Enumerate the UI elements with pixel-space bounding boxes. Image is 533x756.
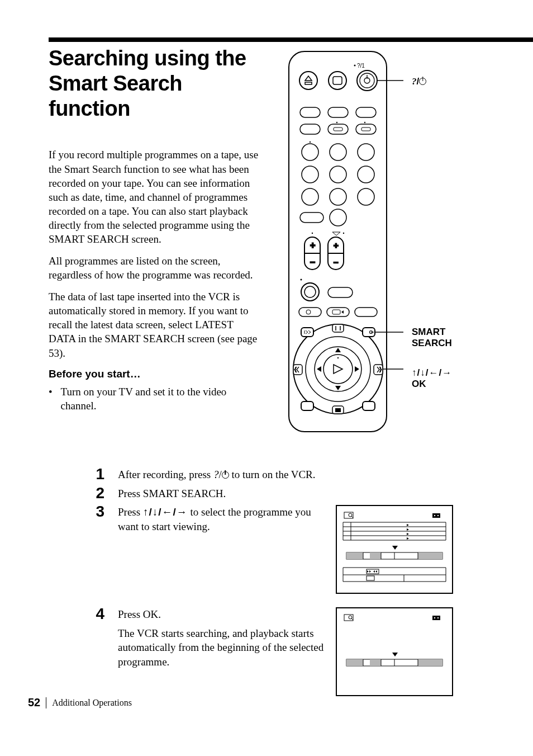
- intro-paragraph-2: All programmes are listed on the screen,…: [49, 254, 261, 282]
- step-number: 3: [91, 504, 104, 519]
- svg-point-78: [434, 515, 435, 516]
- step-3-a: Press: [118, 506, 143, 518]
- svg-rect-13: [356, 107, 376, 117]
- svg-rect-103: [367, 576, 374, 580]
- svg-point-29: [358, 188, 374, 205]
- svg-rect-90: [370, 552, 381, 559]
- svg-point-23: [358, 144, 374, 160]
- svg-text:+: +: [334, 240, 339, 250]
- step-number: 2: [91, 485, 104, 501]
- step-2: 2 Press SMART SEARCH.: [91, 486, 499, 505]
- svg-rect-91: [418, 552, 442, 559]
- step-4-text-a: Press OK.: [118, 607, 325, 622]
- arrows-icon: ↑/↓/←/→: [412, 367, 452, 378]
- page-content: Searching using the Smart Search functio…: [49, 46, 499, 696]
- svg-point-55: [323, 355, 353, 384]
- svg-rect-71: [301, 328, 313, 337]
- svg-point-32: [330, 209, 346, 226]
- callout-arrows-ok: ↑/↓/←/→ OK: [412, 367, 452, 390]
- power-icon: [222, 471, 229, 479]
- screen-figure-search: [336, 607, 453, 696]
- svg-rect-72: [301, 401, 313, 410]
- power-prefix: ?: [213, 469, 219, 480]
- screen-svg-1: [340, 509, 449, 586]
- callout-smart-search: SMART SEARCH: [412, 327, 462, 349]
- intro-paragraph-1: If you record multiple programmes on a t…: [49, 148, 261, 246]
- svg-text:–: –: [334, 257, 338, 267]
- power-icon: [419, 78, 426, 85]
- remote-svg: ?/1: [278, 46, 406, 437]
- before-you-start-heading: Before you start…: [49, 368, 261, 380]
- svg-point-27: [302, 188, 318, 205]
- svg-rect-16: [356, 124, 376, 134]
- svg-point-22: [330, 144, 346, 160]
- svg-point-34: [343, 233, 344, 234]
- svg-rect-89: [346, 552, 363, 559]
- screen-figure-list: [336, 505, 453, 594]
- svg-rect-15: [328, 124, 348, 134]
- step-3: 3 Press ↑/↓/←/→ to select the programme …: [91, 505, 499, 594]
- svg-point-108: [434, 617, 435, 618]
- svg-rect-11: [300, 107, 320, 117]
- svg-rect-56: [332, 324, 344, 332]
- svg-point-25: [330, 166, 346, 183]
- screen-svg-2: [340, 611, 449, 688]
- svg-point-28: [330, 188, 346, 205]
- bullet-text: Turn on your TV and set it to the video …: [61, 385, 261, 413]
- step-1-text: After recording, press ?/ to turn on the…: [118, 467, 499, 482]
- svg-text:?/1: ?/1: [357, 63, 365, 69]
- step-number: 1: [91, 466, 104, 482]
- svg-text:+: +: [310, 240, 315, 250]
- footer-separator: [46, 697, 46, 708]
- svg-point-18: [364, 122, 365, 123]
- svg-rect-77: [432, 513, 440, 518]
- step-3-text: Press ↑/↓/←/→ to select the programme yo…: [118, 505, 325, 533]
- svg-point-21: [302, 144, 318, 160]
- svg-point-24: [302, 166, 318, 183]
- svg-point-109: [437, 617, 439, 618]
- arrows-icon: ↑/↓/←/→: [143, 506, 188, 518]
- svg-point-79: [437, 515, 439, 516]
- svg-rect-14: [300, 124, 320, 134]
- remote-control-diagram: ?/1: [278, 46, 499, 440]
- section-name: Additional Operations: [52, 698, 132, 708]
- svg-point-26: [358, 166, 374, 183]
- svg-rect-112: [370, 659, 381, 666]
- svg-rect-47: [299, 308, 321, 316]
- intro-paragraph-3: The data of last tape inserted into the …: [49, 290, 261, 360]
- step-number: 4: [91, 606, 104, 622]
- page-footer: 52 Additional Operations: [28, 696, 132, 709]
- page-title: Searching using the Smart Search functio…: [49, 46, 261, 121]
- svg-point-1: [354, 65, 356, 67]
- steps-list: 1 After recording, press ?/ to turn on t…: [91, 467, 499, 696]
- svg-rect-31: [300, 212, 323, 223]
- svg-rect-113: [418, 659, 442, 666]
- step-2-text: Press SMART SEARCH.: [118, 486, 499, 501]
- section-top-rule: [49, 37, 533, 42]
- step-1-slash: /: [218, 469, 221, 480]
- callout-power: ?/: [412, 76, 426, 87]
- callout-ok: OK: [412, 379, 426, 389]
- svg-rect-73: [363, 401, 375, 410]
- svg-rect-49: [355, 308, 377, 316]
- svg-point-65: [337, 357, 339, 358]
- svg-rect-62: [335, 408, 341, 412]
- svg-point-17: [336, 122, 337, 123]
- svg-rect-111: [346, 659, 363, 666]
- page-number: 52: [28, 696, 40, 709]
- step-4-text-b: The VCR starts searching, and playback s…: [118, 626, 325, 669]
- bullet-item: • Turn on your TV and set it to the vide…: [49, 385, 261, 413]
- svg-point-33: [312, 233, 313, 234]
- step-1-b: to turn on the VCR.: [229, 469, 316, 480]
- svg-rect-46: [328, 287, 353, 297]
- svg-point-30: [310, 141, 311, 143]
- svg-point-44: [301, 283, 319, 301]
- step-1-a: After recording, press: [118, 469, 213, 480]
- bullet-dot: •: [49, 385, 61, 413]
- svg-rect-107: [432, 616, 440, 620]
- step-1: 1 After recording, press ?/ to turn on t…: [91, 467, 499, 486]
- svg-point-43: [301, 279, 302, 281]
- step-4: 4 Press OK. The VCR starts searching, an…: [91, 607, 499, 696]
- svg-rect-48: [327, 308, 349, 316]
- svg-rect-12: [328, 107, 348, 117]
